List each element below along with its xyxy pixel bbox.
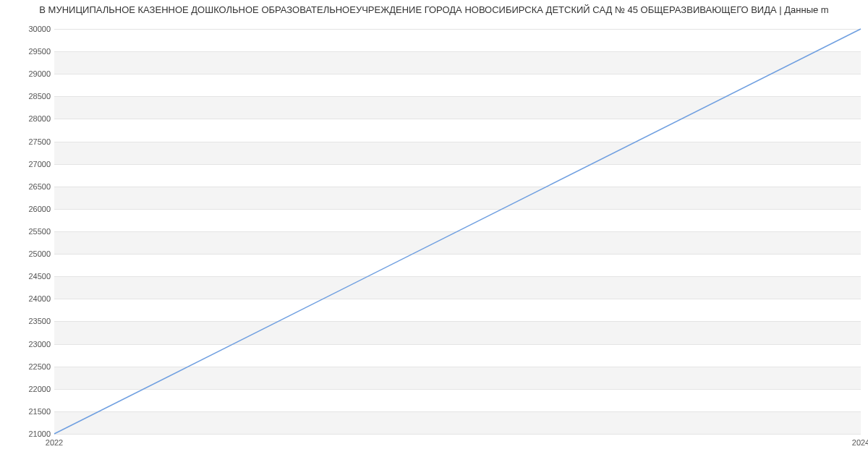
y-tick-label: 29500 xyxy=(7,47,51,56)
y-tick-label: 23500 xyxy=(7,317,51,325)
y-tick-label: 29000 xyxy=(7,69,51,78)
line-series xyxy=(54,29,861,434)
y-tick-label: 24000 xyxy=(7,294,51,303)
y-tick-label: 25000 xyxy=(7,249,51,258)
y-tick-label: 22500 xyxy=(7,362,51,371)
y-tick-label: 28000 xyxy=(7,114,51,123)
y-tick-label: 30000 xyxy=(7,25,51,33)
x-tick-label: 2024 xyxy=(852,438,868,447)
y-tick-label: 23000 xyxy=(7,340,51,349)
chart-title: В МУНИЦИПАЛЬНОЕ КАЗЕННОЕ ДОШКОЛЬНОЕ ОБРА… xyxy=(0,4,868,15)
gridline xyxy=(54,434,861,435)
chart-container: В МУНИЦИПАЛЬНОЕ КАЗЕННОЕ ДОШКОЛЬНОЕ ОБРА… xyxy=(0,0,868,470)
y-tick-label: 27500 xyxy=(7,137,51,146)
plot-area xyxy=(54,29,861,435)
y-tick-label: 26500 xyxy=(7,182,51,191)
y-tick-label: 27000 xyxy=(7,160,51,168)
x-tick-label: 2022 xyxy=(46,438,63,447)
y-tick-label: 21000 xyxy=(7,430,51,438)
y-tick-label: 26000 xyxy=(7,205,51,213)
y-tick-label: 25500 xyxy=(7,227,51,236)
y-tick-label: 21500 xyxy=(7,407,51,416)
y-tick-label: 28500 xyxy=(7,92,51,101)
y-tick-label: 24500 xyxy=(7,272,51,281)
y-tick-label: 22000 xyxy=(7,385,51,393)
